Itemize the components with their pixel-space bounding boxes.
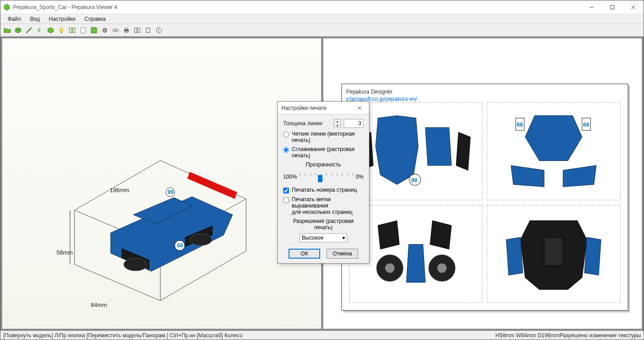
- paper-cell-2: 66 66: [487, 102, 621, 200]
- svg-point-47: [190, 234, 212, 246]
- transparency-slider[interactable]: [300, 171, 353, 182]
- maximize-button[interactable]: [602, 0, 623, 14]
- svg-rect-16: [81, 28, 85, 33]
- svg-marker-72: [584, 237, 601, 275]
- window-title: Pepakura_Sports_Car - Pepakura Viewer 4: [13, 4, 581, 10]
- svg-rect-14: [70, 28, 72, 33]
- svg-point-20: [113, 29, 116, 32]
- svg-rect-73: [544, 237, 563, 266]
- resolution-label: Разрешение (растровая печать): [283, 218, 364, 231]
- svg-line-37: [75, 161, 160, 210]
- slider-max-label: 0%: [356, 174, 364, 180]
- svg-rect-24: [125, 31, 128, 33]
- menu-settings[interactable]: Настройки: [44, 15, 80, 23]
- toolbar: # i: [0, 24, 644, 37]
- print-icon[interactable]: [121, 25, 131, 35]
- status-right: H58mm W84mm D196mmРазрешено изменение те…: [495, 332, 641, 339]
- hash-icon[interactable]: #: [35, 25, 45, 35]
- svg-point-19: [104, 29, 106, 31]
- bulb-icon[interactable]: [56, 25, 66, 35]
- svg-marker-44: [187, 172, 237, 199]
- dialog-title-text: Настройки печати: [281, 105, 354, 111]
- statusbar: [Повернуть модель] Л/Пр кнопка [Перемест…: [0, 331, 644, 340]
- svg-point-68: [437, 263, 447, 273]
- split-2col-icon[interactable]: [132, 25, 142, 35]
- minimize-button[interactable]: [581, 0, 602, 14]
- slider-thumb[interactable]: [318, 175, 322, 182]
- svg-marker-53: [425, 128, 451, 165]
- dialog-titlebar[interactable]: Настройки печати: [278, 102, 369, 114]
- cancel-button[interactable]: Отмена: [327, 249, 358, 259]
- close-button[interactable]: [623, 0, 644, 14]
- svg-marker-56: [525, 116, 582, 161]
- paper-cell-4: [487, 205, 621, 303]
- paper-appname: Pepakura Designer: [346, 89, 624, 95]
- svg-rect-25: [135, 28, 137, 33]
- menu-help[interactable]: Справка: [80, 15, 110, 23]
- svg-point-12: [60, 28, 63, 32]
- texture-cube-icon[interactable]: [46, 25, 56, 35]
- page-icon[interactable]: [78, 25, 88, 35]
- pane-3d-view[interactable]: 66 99 196mm 58mm 84mm: [2, 38, 322, 329]
- svg-marker-57: [511, 165, 544, 187]
- dim-height-label: 58mm: [56, 249, 73, 256]
- slider-min-label: 100%: [283, 174, 297, 180]
- app-icon: [3, 4, 10, 11]
- chevron-down-icon: ▾: [342, 235, 345, 241]
- line-width-label: Толщина линии: [283, 120, 322, 127]
- color-square-icon[interactable]: [89, 25, 99, 35]
- svg-marker-63: [378, 221, 399, 249]
- split-1col-icon[interactable]: [143, 25, 153, 35]
- svg-marker-50: [375, 116, 418, 184]
- model-badge-66: 66: [177, 242, 183, 249]
- edge-icon[interactable]: [24, 25, 34, 35]
- dim-width-label: 84mm: [91, 302, 107, 308]
- svg-marker-52: [456, 132, 470, 170]
- svg-text:66: 66: [583, 122, 589, 128]
- svg-line-9: [26, 28, 32, 33]
- titlebar: Pepakura_Sports_Car - Pepakura Viewer 4: [0, 0, 644, 14]
- link-icon[interactable]: [111, 25, 121, 35]
- svg-marker-58: [563, 165, 596, 187]
- resolution-select[interactable]: Высокое ▾: [299, 233, 347, 242]
- transparency-label: Прозрачность: [283, 161, 364, 168]
- menubar: Файл Вид Настройки Справка: [0, 14, 644, 24]
- svg-marker-64: [430, 221, 451, 249]
- svg-marker-0: [4, 4, 9, 10]
- svg-rect-2: [611, 5, 614, 9]
- svg-marker-71: [506, 237, 523, 275]
- open-file-icon[interactable]: [2, 25, 12, 35]
- ok-button[interactable]: ОК: [289, 249, 320, 259]
- menu-file[interactable]: Файл: [3, 15, 26, 23]
- print-settings-dialog: Настройки печати Толщина линии ▲▼ Четкие…: [277, 101, 369, 264]
- line-width-input[interactable]: [344, 119, 364, 128]
- info-icon[interactable]: i: [154, 25, 164, 35]
- svg-marker-69: [406, 245, 425, 283]
- svg-rect-27: [146, 28, 150, 33]
- line-width-stepper[interactable]: ▲▼: [334, 119, 341, 128]
- svg-point-66: [385, 263, 394, 273]
- radio-vector[interactable]: Четкие линии (векторная печать): [283, 131, 364, 143]
- unfold-icon[interactable]: [67, 25, 77, 35]
- pane-2d-unfold[interactable]: Pepakura Designer v.tamasoft.co.jp/pepak…: [323, 38, 643, 329]
- svg-text:66: 66: [517, 122, 523, 128]
- status-left: [Повернуть модель] Л/Пр кнопка [Перемест…: [3, 332, 495, 339]
- model-badge-99: 99: [168, 189, 174, 195]
- svg-rect-17: [91, 28, 97, 33]
- paper-url: v.tamasoft.co.jp/pepakura-en/: [346, 96, 624, 102]
- gear-icon[interactable]: [100, 25, 110, 35]
- dialog-close-icon[interactable]: [354, 104, 365, 113]
- check-print-pagenum[interactable]: Печатать номера страниц: [283, 187, 364, 194]
- menu-view[interactable]: Вид: [26, 15, 45, 23]
- svg-rect-23: [125, 28, 128, 29]
- svg-line-31: [75, 264, 160, 301]
- svg-text:#: #: [37, 27, 41, 33]
- radio-raster[interactable]: Сглаживание (растровая печать): [283, 146, 364, 159]
- svg-text:99: 99: [411, 177, 417, 184]
- svg-point-21: [116, 29, 118, 32]
- cube-icon[interactable]: [13, 25, 23, 35]
- svg-rect-13: [61, 32, 62, 33]
- dim-depth-label: 196mm: [110, 187, 129, 194]
- svg-point-46: [124, 258, 147, 271]
- check-print-alignmarks[interactable]: Печатать метки выравниваниядля нескольки…: [283, 196, 364, 215]
